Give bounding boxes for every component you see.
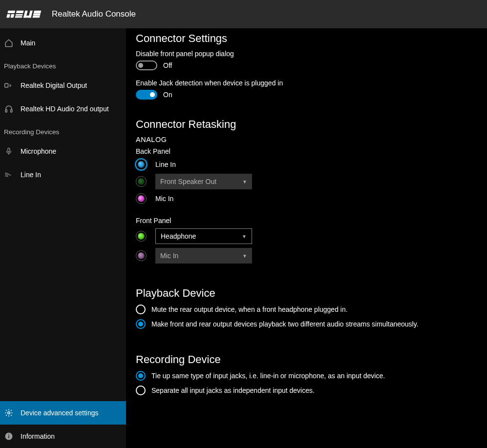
radio-icon bbox=[136, 319, 146, 329]
svg-rect-5 bbox=[15, 16, 22, 18]
sidebar-item-digital-output[interactable]: Realtek Digital Output bbox=[0, 74, 126, 97]
svg-rect-10 bbox=[33, 13, 41, 15]
playback-option-mute-rear[interactable]: Mute the rear output device, when a fron… bbox=[136, 305, 477, 314]
section-retasking-title: Connector Retasking bbox=[136, 118, 477, 131]
recording-option-tie-up[interactable]: Tie up same type of input jacks, i.e. li… bbox=[136, 371, 477, 381]
front-panel-label: Front Panel bbox=[136, 217, 477, 224]
gear-icon bbox=[4, 408, 14, 418]
dropdown-label: Mic In bbox=[160, 252, 178, 260]
chevron-down-icon: ▼ bbox=[242, 179, 247, 184]
svg-point-16 bbox=[8, 412, 10, 414]
jack-port-mic-in-back[interactable] bbox=[136, 193, 147, 204]
jack-label: Mic In bbox=[155, 195, 173, 203]
info-icon bbox=[4, 431, 14, 441]
dropdown-label: Front Speaker Out bbox=[160, 178, 216, 185]
sidebar-header-playback: Playback Devices bbox=[0, 55, 126, 74]
headphones-icon bbox=[4, 104, 14, 114]
svg-rect-18 bbox=[8, 436, 9, 438]
sidebar-header-recording: Recording Devices bbox=[0, 121, 126, 140]
sidebar-item-label: Realtek Digital Output bbox=[21, 81, 87, 89]
sidebar-item-label: Microphone bbox=[21, 147, 56, 155]
recording-option-separate[interactable]: Separate all input jacks as independent … bbox=[136, 386, 477, 395]
back-panel-label: Back Panel bbox=[136, 147, 477, 155]
home-icon bbox=[4, 38, 14, 48]
sidebar-item-hd-audio[interactable]: Realtek HD Audio 2nd output bbox=[0, 97, 126, 121]
chevron-down-icon: ▼ bbox=[242, 253, 247, 259]
sidebar-item-line-in[interactable]: Line In bbox=[0, 163, 126, 186]
radio-icon bbox=[136, 305, 146, 314]
section-playback-device-title: Playback Device bbox=[136, 287, 477, 300]
headphone-dropdown[interactable]: Headphone ▼ bbox=[155, 228, 252, 244]
svg-rect-13 bbox=[5, 110, 7, 112]
disable-popup-state: Off bbox=[163, 61, 172, 69]
svg-rect-9 bbox=[34, 11, 42, 13]
jack-port-front-speaker[interactable] bbox=[136, 176, 147, 187]
radio-label: Separate all input jacks as independent … bbox=[151, 387, 315, 394]
content-area: Connector Settings Disable front panel p… bbox=[126, 28, 487, 448]
disable-popup-toggle[interactable] bbox=[136, 61, 157, 70]
section-recording-device-title: Recording Device bbox=[136, 353, 477, 366]
jack-port-line-in[interactable] bbox=[136, 159, 147, 170]
line-in-icon bbox=[4, 170, 14, 180]
sidebar-item-device-advanced[interactable]: Device advanced settings bbox=[0, 401, 126, 425]
digital-output-icon bbox=[4, 81, 14, 90]
enable-jack-toggle[interactable] bbox=[136, 90, 157, 100]
jack-port-headphone[interactable] bbox=[136, 231, 147, 242]
radio-icon bbox=[136, 386, 146, 395]
sidebar-item-main[interactable]: Main bbox=[0, 31, 126, 55]
playback-option-two-streams[interactable]: Make front and rear output devices playb… bbox=[136, 319, 477, 329]
enable-jack-label: Enable Jack detection when device is plu… bbox=[136, 79, 477, 87]
svg-rect-11 bbox=[32, 16, 40, 18]
sidebar-item-label: Main bbox=[21, 39, 35, 47]
svg-rect-4 bbox=[16, 14, 23, 16]
svg-rect-8 bbox=[23, 16, 31, 18]
microphone-icon bbox=[4, 146, 14, 156]
asus-logo bbox=[4, 4, 47, 24]
sidebar-item-label: Information bbox=[21, 432, 55, 440]
sidebar-item-microphone[interactable]: Microphone bbox=[0, 140, 126, 163]
disable-popup-label: Disable front panel popup dialog bbox=[136, 50, 477, 58]
titlebar: Realtek Audio Console bbox=[0, 0, 487, 28]
sidebar-item-information[interactable]: Information bbox=[0, 425, 126, 448]
svg-rect-2 bbox=[10, 14, 14, 18]
svg-rect-15 bbox=[8, 148, 10, 152]
sidebar-item-label: Line In bbox=[21, 171, 41, 179]
svg-rect-3 bbox=[16, 11, 24, 13]
mic-in-front-dropdown[interactable]: Mic In ▼ bbox=[155, 248, 252, 264]
front-speaker-dropdown[interactable]: Front Speaker Out ▼ bbox=[155, 174, 252, 189]
svg-rect-1 bbox=[6, 14, 10, 18]
section-connector-settings-title: Connector Settings bbox=[136, 32, 477, 45]
app-title: Realtek Audio Console bbox=[52, 9, 136, 19]
dropdown-label: Headphone bbox=[161, 232, 196, 240]
svg-rect-14 bbox=[11, 110, 12, 112]
sidebar-item-label: Device advanced settings bbox=[21, 409, 99, 417]
jack-label: Line In bbox=[155, 161, 176, 168]
radio-icon bbox=[136, 371, 146, 381]
radio-label: Make front and rear output devices playb… bbox=[151, 320, 419, 328]
sidebar: Main Playback Devices Realtek Digital Ou… bbox=[0, 28, 126, 448]
analog-label: ANALOG bbox=[136, 136, 477, 143]
radio-label: Mute the rear output device, when a fron… bbox=[151, 305, 348, 313]
svg-rect-0 bbox=[7, 11, 15, 13]
jack-port-mic-in-front[interactable] bbox=[136, 250, 147, 261]
chevron-down-icon: ▼ bbox=[242, 234, 247, 239]
sidebar-item-label: Realtek HD Audio 2nd output bbox=[21, 105, 109, 113]
radio-label: Tie up same type of input jacks, i.e. li… bbox=[151, 372, 385, 380]
enable-jack-state: On bbox=[163, 91, 172, 99]
svg-rect-19 bbox=[8, 434, 9, 435]
svg-rect-12 bbox=[5, 83, 8, 87]
